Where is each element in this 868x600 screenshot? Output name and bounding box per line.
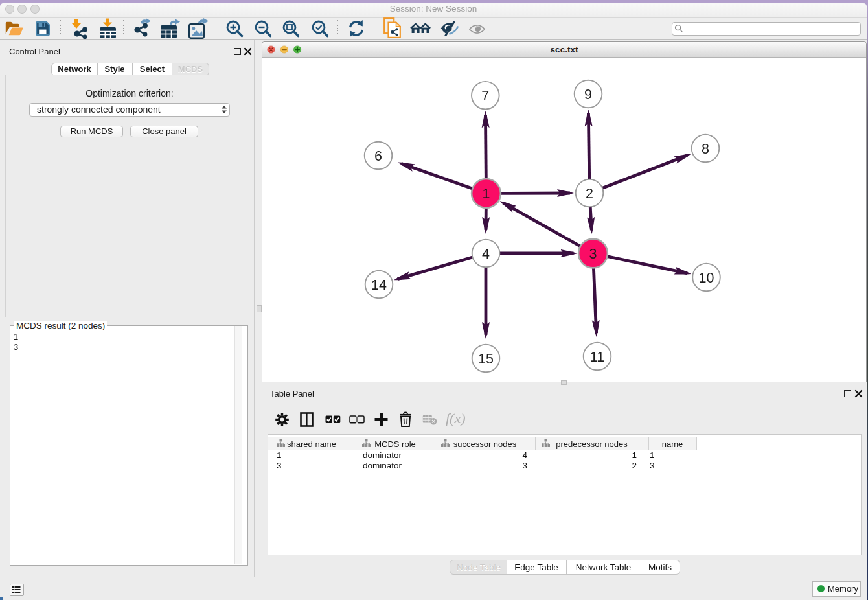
svg-text:8: 8 xyxy=(702,141,709,157)
svg-text:10: 10 xyxy=(699,270,714,286)
svg-text:11: 11 xyxy=(590,349,604,365)
svg-text:6: 6 xyxy=(374,148,382,164)
svg-text:1: 1 xyxy=(483,186,490,202)
svg-text:3: 3 xyxy=(589,246,597,262)
svg-text:14: 14 xyxy=(371,277,387,293)
svg-text:2: 2 xyxy=(586,186,593,202)
svg-text:4: 4 xyxy=(482,246,490,262)
svg-text:15: 15 xyxy=(478,351,494,367)
svg-text:7: 7 xyxy=(481,88,489,104)
svg-text:9: 9 xyxy=(584,87,592,102)
